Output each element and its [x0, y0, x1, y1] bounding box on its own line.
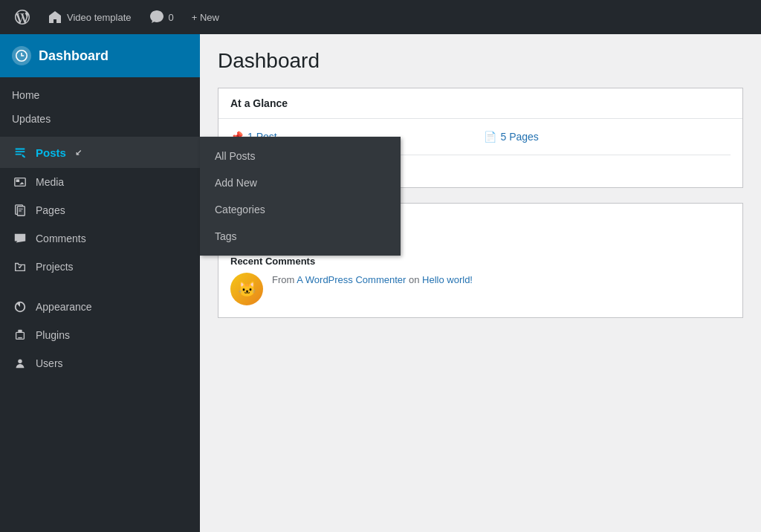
comments-sidebar-label: Comments [36, 233, 86, 244]
sidebar-dashboard-header[interactable]: Dashboard [0, 34, 200, 77]
sidebar-item-projects[interactable]: Projects [0, 253, 200, 281]
sidebar-item-plugins[interactable]: Plugins [0, 321, 200, 349]
at-a-glance-header: At a Glance [218, 88, 742, 119]
flyout-categories[interactable]: Categories [200, 196, 401, 223]
posts-flyout-menu: All Posts Add New Categories Tags [200, 137, 401, 256]
admin-bar: Video template 0 + New [0, 0, 761, 34]
recent-comments-header: Recent Comments [230, 256, 731, 267]
updates-label: Updates [12, 113, 51, 125]
flyout-all-posts[interactable]: All Posts [200, 143, 401, 169]
svg-rect-2 [16, 179, 20, 182]
svg-point-7 [18, 360, 22, 363]
site-name-button[interactable]: Video template [39, 0, 140, 34]
comment-text: From A WordPress Commenter on Hello worl… [272, 273, 473, 288]
new-label: + New [192, 12, 219, 23]
comments-sidebar-icon [12, 230, 28, 247]
comment-on-label: on [406, 274, 422, 285]
posts-container: Posts ↙ All Posts Add New Categories Tag… [0, 137, 200, 168]
projects-icon [12, 259, 28, 275]
sidebar-item-updates[interactable]: Updates [0, 107, 200, 131]
page-title: Dashboard [218, 49, 743, 73]
main-content: Dashboard At a Glance 📌 1 Post 📄 5 Pages… [200, 34, 761, 532]
comments-button[interactable]: 0 [140, 0, 183, 34]
dashboard-icon [12, 46, 31, 65]
sidebar-item-media[interactable]: Media [0, 168, 200, 196]
media-label: Media [36, 176, 64, 188]
users-label: Users [36, 357, 63, 369]
wp-layout: Dashboard Home Updates Posts [0, 0, 761, 532]
sidebar-item-pages[interactable]: Pages [0, 196, 200, 224]
sidebar-item-comments[interactable]: Comments [0, 224, 200, 253]
sidebar-item-posts[interactable]: Posts ↙ [0, 137, 200, 168]
plugins-icon [12, 327, 28, 343]
appearance-icon [12, 299, 28, 315]
recent-comments-section: Recent Comments 🐱 From A WordPress Comme… [230, 256, 731, 305]
sidebar-dashboard-label: Dashboard [39, 48, 109, 64]
pages-count-link[interactable]: 5 Pages [501, 131, 539, 143]
glance-pages: 📄 5 Pages [484, 131, 731, 143]
new-content-button[interactable]: + New [183, 0, 228, 34]
appearance-label: Appearance [36, 301, 92, 313]
flyout-tags[interactable]: Tags [200, 223, 401, 250]
site-name-label: Video template [67, 12, 132, 23]
pages-label: Pages [36, 204, 65, 216]
sidebar-item-appearance[interactable]: Appearance [0, 293, 200, 321]
comments-icon [149, 10, 164, 25]
flyout-add-new[interactable]: Add New [200, 169, 401, 196]
posts-icon [12, 144, 28, 160]
comment-avatar: 🐱 [230, 273, 263, 305]
comment-item: 🐱 From A WordPress Commenter on Hello wo… [230, 273, 731, 305]
plugins-label: Plugins [36, 329, 70, 341]
pages-icon [12, 202, 28, 218]
home-label: Home [12, 89, 39, 101]
projects-label: Projects [36, 261, 74, 273]
media-icon [12, 174, 28, 190]
comments-count: 0 [169, 12, 174, 23]
wp-logo-button[interactable] [6, 0, 39, 34]
sidebar-item-home[interactable]: Home [0, 83, 200, 107]
cursor-indicator: ↙ [75, 148, 82, 158]
admin-sidebar: Dashboard Home Updates Posts [0, 34, 200, 532]
pages-glance-icon: 📄 [484, 131, 496, 143]
dashboard-section: Home Updates [0, 77, 200, 137]
home-icon [48, 10, 62, 25]
commenter-link[interactable]: A WordPress Commenter [297, 274, 406, 285]
comment-post-link[interactable]: Hello world! [422, 274, 473, 285]
users-icon [12, 355, 28, 372]
sidebar-item-users[interactable]: Users [0, 349, 200, 377]
wp-logo-icon [15, 10, 30, 25]
comment-from-label: From [272, 274, 297, 285]
posts-label: Posts [36, 146, 66, 159]
